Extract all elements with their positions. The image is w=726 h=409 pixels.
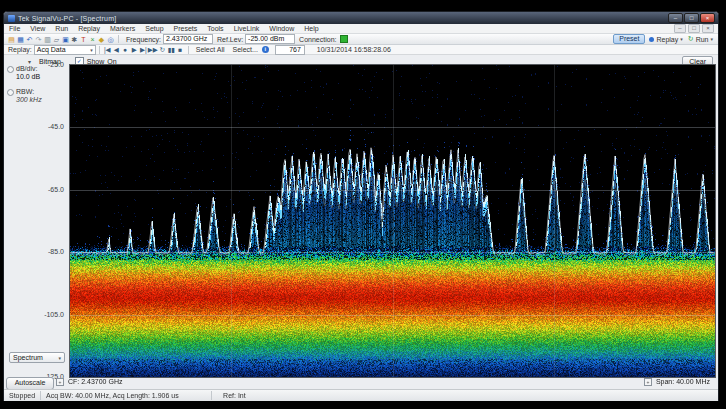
span-spinner-icon[interactable]: + — [644, 378, 652, 386]
close-button[interactable]: × — [700, 13, 715, 23]
frequency-axis-row: + CF: 2.43700 GHz + Span: 40.00 MHz — [4, 376, 718, 388]
replay-indicator-icon — [649, 37, 654, 42]
menu-view[interactable]: View — [25, 25, 50, 32]
menu-tools[interactable]: Tools — [202, 25, 228, 32]
menu-presets[interactable]: Presets — [169, 25, 203, 32]
cf-value: 2.43700 GHz — [81, 378, 122, 385]
chevron-down-icon: ▾ — [90, 46, 93, 54]
mdi-window-controls: – □ × — [674, 24, 714, 33]
y-axis-tick: -85.0 — [26, 248, 64, 255]
divider — [211, 391, 212, 400]
trigger-icon[interactable]: T — [79, 35, 88, 44]
fast-forward-icon[interactable]: ▶▶ — [148, 46, 158, 54]
title-bar[interactable]: Tek SignalVu-PC - [Spectrum] – □ × — [4, 12, 718, 24]
record-icon[interactable]: ● — [121, 46, 130, 54]
maximize-button[interactable]: □ — [684, 13, 699, 23]
reflev-label: Ref.Lev: — [217, 36, 243, 43]
rewind-icon[interactable]: ◀ — [112, 46, 121, 54]
print-icon[interactable]: ▥ — [43, 35, 52, 44]
replay-loop-icon[interactable]: ↻ — [158, 46, 167, 54]
rbw-readout[interactable]: RBW: 300 kHz — [7, 88, 65, 103]
open-icon[interactable]: ▤ — [7, 35, 16, 44]
view-selector-value: Spectrum — [13, 354, 43, 361]
minimize-button[interactable]: – — [668, 13, 683, 23]
mdi-restore-button[interactable]: □ — [688, 24, 700, 33]
run-icon: ↻ — [688, 35, 694, 43]
menu-file[interactable]: File — [4, 25, 25, 32]
menu-markers[interactable]: Markers — [105, 25, 140, 32]
rbw-label: RBW: — [16, 88, 34, 95]
cf-label: CF: — [68, 378, 79, 385]
span-value: 40.00 MHz — [676, 378, 710, 385]
pause-icon[interactable]: ▮▮ — [167, 46, 176, 54]
replay-source-value: Acq Data — [37, 46, 66, 54]
span-label: Span: — [656, 378, 674, 385]
copy-icon[interactable]: ▱ — [52, 35, 61, 44]
menu-bar: FileViewRunReplayMarkersSetupPresetsTool… — [4, 24, 718, 34]
connection-status-icon — [340, 35, 348, 43]
window-title: Tek SignalVu-PC - [Spectrum] — [18, 15, 116, 22]
frame-count-field[interactable]: 767 — [275, 45, 305, 55]
play-icon[interactable]: ▶ — [130, 46, 139, 54]
toolbar-icons: ▤▦↶↷▥▱▣✱T×◆◎ — [7, 35, 115, 44]
desktop: Tek SignalVu-PC - [Spectrum] – □ × FileV… — [0, 0, 726, 409]
status-acquisition-info: Acq BW: 40.00 MHz, Acq Length: 1.906 us — [41, 392, 211, 399]
redo-icon[interactable]: ↷ — [34, 35, 43, 44]
replay-mode-label: Replay — [656, 36, 678, 43]
select-frames-button[interactable]: Select... — [233, 46, 258, 53]
connection-label: Connection: — [299, 36, 336, 43]
preset-button[interactable]: Preset — [613, 34, 645, 44]
menu-replay[interactable]: Replay — [73, 25, 105, 32]
mdi-close-button[interactable]: × — [702, 24, 714, 33]
menu-window[interactable]: Window — [264, 25, 299, 32]
replay-mode-button[interactable]: Replay ▾ — [649, 36, 682, 43]
chevron-down-icon: ▾ — [680, 36, 683, 42]
stop-icon[interactable]: ■ — [176, 46, 185, 54]
rbw-value: 300 kHz — [16, 96, 65, 103]
main-toolbar: ▤▦↶↷▥▱▣✱T×◆◎ Frequency: 2.43700 GHz Ref.… — [4, 34, 718, 45]
skip-end-icon[interactable]: ▶| — [139, 46, 148, 54]
view-selector[interactable]: Spectrum ▾ — [9, 352, 65, 363]
save-icon[interactable]: ▦ — [16, 35, 25, 44]
displays-icon[interactable]: ▣ — [61, 35, 70, 44]
divider — [99, 46, 100, 54]
menu-setup[interactable]: Setup — [140, 25, 168, 32]
center-frequency-readout[interactable]: + CF: 2.43700 GHz — [56, 378, 122, 386]
status-state: Stopped — [4, 392, 40, 399]
menu-run[interactable]: Run — [50, 25, 73, 32]
search-icon[interactable]: ◎ — [106, 35, 115, 44]
y-axis-tick: -25.0 — [26, 61, 64, 68]
replay-toolbar: Replay: Acq Data ▾ |◀◀●▶▶|▶▶↻▮▮■ Select … — [4, 45, 718, 55]
acquisition-timestamp: 10/31/2014 16:58:28.06 — [317, 46, 391, 53]
status-reference-info: Ref: Int — [218, 392, 251, 399]
frequency-field[interactable]: 2.43700 GHz — [163, 34, 213, 44]
menu-help[interactable]: Help — [299, 25, 323, 32]
undo-icon[interactable]: ↶ — [25, 35, 34, 44]
run-button[interactable]: ↻ Run ▾ — [688, 35, 713, 43]
frequency-label: Frequency: — [126, 36, 161, 43]
status-bar: Stopped Acq BW: 40.00 MHz, Acq Length: 1… — [4, 389, 718, 401]
settings-icon[interactable]: ✱ — [70, 35, 79, 44]
menu-items: FileViewRunReplayMarkersSetupPresetsTool… — [4, 25, 324, 32]
spectrum-bitmap-display[interactable] — [69, 64, 716, 378]
reflev-field[interactable]: -25.00 dBm — [245, 34, 295, 44]
y-axis-tick: -45.0 — [26, 123, 64, 130]
readout-bullet-icon — [7, 89, 14, 96]
cf-spinner-icon[interactable]: + — [56, 378, 64, 386]
skip-start-icon[interactable]: |◀ — [103, 46, 112, 54]
markers-icon[interactable]: × — [88, 35, 97, 44]
span-readout[interactable]: + Span: 40.00 MHz — [644, 378, 710, 386]
select-all-button[interactable]: Select All — [196, 46, 225, 53]
chevron-down-icon: ▾ — [710, 36, 713, 42]
replay-source-label: Replay: — [8, 46, 32, 53]
run-label: Run — [696, 36, 709, 43]
dbdiv-value: 10.0 dB — [16, 73, 65, 80]
y-axis-tick: -65.0 — [26, 186, 64, 193]
info-icon[interactable]: i — [262, 46, 269, 53]
chevron-down-icon: ▾ — [58, 355, 61, 361]
replay-source-select[interactable]: Acq Data ▾ — [34, 45, 96, 55]
app-icon — [8, 15, 15, 22]
amplitude-icon[interactable]: ◆ — [97, 35, 106, 44]
mdi-minimize-button[interactable]: – — [674, 24, 686, 33]
menu-livelink[interactable]: LiveLink — [229, 25, 265, 32]
